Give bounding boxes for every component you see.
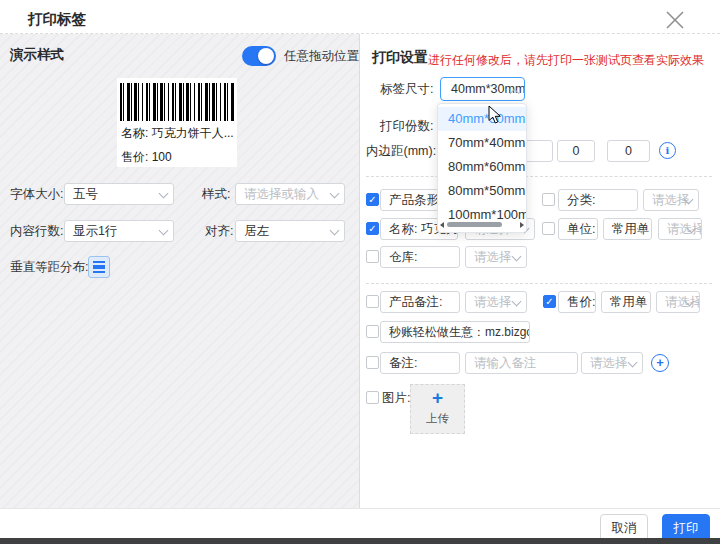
note-checkbox[interactable] (366, 356, 379, 369)
category-input[interactable]: 分类: (558, 189, 638, 211)
upload-button[interactable]: + 上传 (410, 384, 465, 434)
unit-extra-select[interactable]: 请选择 (658, 218, 702, 240)
category-checkbox[interactable] (542, 193, 555, 206)
padding-input-2[interactable]: 0 (557, 140, 595, 162)
padding-label: 内边距(mm): (366, 139, 436, 163)
image-checkbox[interactable] (366, 391, 379, 404)
price-unit-select[interactable]: 常用单 (601, 291, 651, 313)
warning-text: 进行任何修改后，请先打印一张测试页查看实际效果 (428, 52, 704, 69)
add-row-icon[interactable]: + (651, 354, 669, 372)
style-placeholder: 请选择或输入 (244, 187, 319, 201)
chevron-down-icon (512, 297, 522, 307)
warehouse-checkbox[interactable] (366, 250, 379, 263)
info-icon[interactable]: i (659, 142, 676, 159)
align-value: 居左 (244, 224, 269, 238)
horizontal-scrollbar[interactable] (440, 220, 524, 229)
content-lines-select[interactable]: 显示1行 (64, 220, 174, 242)
warehouse-input[interactable]: 仓库: (380, 246, 460, 268)
font-size-select[interactable]: 五号 (64, 183, 174, 205)
drag-toggle-label: 任意拖动位置 (284, 46, 359, 66)
align-label: 对齐: (205, 221, 233, 242)
warehouse-select[interactable]: 请选择 (465, 246, 527, 268)
select-placeholder: 请选择 (474, 250, 512, 264)
copies-label: 打印份数: (380, 114, 433, 138)
scroll-right-arrow[interactable] (520, 222, 524, 228)
product-note-checkbox[interactable] (366, 295, 379, 308)
unit-value-select[interactable]: 常用单 (603, 218, 652, 240)
align-select[interactable]: 居左 (235, 220, 345, 242)
select-placeholder: 请选择 (667, 222, 702, 236)
slogan-checkbox[interactable] (366, 325, 379, 338)
category-select[interactable]: 请选择 (643, 189, 699, 211)
select-placeholder: 请选择 (590, 356, 628, 370)
footer-divider (0, 508, 720, 509)
price-input[interactable]: 售价: (558, 291, 596, 313)
content-lines-value: 显示1行 (73, 224, 117, 238)
padding-input-3[interactable]: 0 (607, 140, 650, 162)
chevron-down-icon (159, 226, 169, 236)
toggle-knob (258, 48, 274, 64)
label-preview-card[interactable]: 名称: 巧克力饼干人... 售价: 100 (117, 78, 237, 167)
scrollbar-thumb[interactable] (447, 222, 502, 227)
demo-section-title: 演示样式 (10, 46, 64, 64)
upload-label: 上传 (411, 411, 464, 425)
content-lines-label: 内容行数: (10, 221, 63, 242)
product-note-input[interactable]: 产品备注: (380, 291, 460, 313)
select-placeholder: 请选择 (474, 295, 512, 309)
style-select[interactable]: 请选择或输入 (235, 183, 345, 205)
close-icon[interactable] (660, 5, 690, 35)
barcode-field-select[interactable]: 产品条形 (380, 189, 442, 211)
preview-price-line[interactable]: 售价: 100 (121, 149, 172, 166)
scroll-left-arrow[interactable] (440, 222, 444, 228)
unit-checkbox[interactable] (542, 222, 555, 235)
window-bottom-bar (0, 538, 720, 544)
chevron-down-icon (330, 189, 340, 199)
note-input[interactable]: 备注: (380, 352, 460, 374)
chevron-down-icon (628, 358, 638, 368)
chevron-down-icon (159, 189, 169, 199)
label-size-select[interactable]: 40mm*30mm (440, 77, 525, 101)
font-size-value: 五号 (73, 187, 98, 201)
note-select[interactable]: 请选择 (581, 352, 643, 374)
name-checkbox[interactable]: ✓ (366, 222, 379, 235)
price-extra-select[interactable]: 请选择 (656, 291, 700, 313)
dropdown-option-selected[interactable]: 40mm*30mm (438, 107, 526, 131)
plus-icon: + (411, 385, 464, 411)
product-note-select[interactable]: 请选择 (465, 291, 527, 313)
divider (366, 176, 712, 177)
dialog-title: 打印标签 (28, 10, 86, 29)
print-settings-title: 打印设置 (372, 49, 428, 67)
dropdown-option[interactable]: 80mm*60mm (438, 155, 526, 179)
font-size-label: 字体大小: (10, 184, 63, 205)
label-size-dropdown: 40mm*30mm 70mm*40mm 80mm*60mm 80mm*50mm … (437, 103, 527, 233)
dropdown-option[interactable]: 80mm*50mm (438, 179, 526, 203)
divider (366, 283, 712, 284)
slogan-input[interactable]: 秒账轻松做生意：mz.bizgo. (380, 321, 530, 343)
note-content-input[interactable]: 请输入备注 (465, 352, 578, 374)
preview-name-line[interactable]: 名称: 巧克力饼干人... (121, 125, 234, 142)
vertical-distribute-label: 垂直等距分布: (10, 257, 88, 278)
print-label-dialog: 打印标签 演示样式 任意拖动位置 名称: 巧克力饼干人... 售价: 100 字… (0, 0, 720, 544)
chevron-down-icon (330, 226, 340, 236)
dropdown-option[interactable]: 70mm*40mm (438, 131, 526, 155)
price-checkbox[interactable]: ✓ (543, 295, 556, 308)
image-label: 图片: (382, 386, 410, 410)
vertical-distribute-icon[interactable] (88, 256, 110, 278)
barcode-checkbox[interactable]: ✓ (366, 193, 379, 206)
unit-input[interactable]: 单位: (558, 218, 598, 240)
barcode-image (120, 83, 234, 121)
select-placeholder: 请选择 (665, 295, 700, 309)
drag-position-toggle[interactable] (242, 46, 276, 66)
chevron-down-icon (512, 252, 522, 262)
style-label: 样式: (202, 184, 230, 205)
label-size-label: 标签尺寸: (380, 77, 433, 101)
